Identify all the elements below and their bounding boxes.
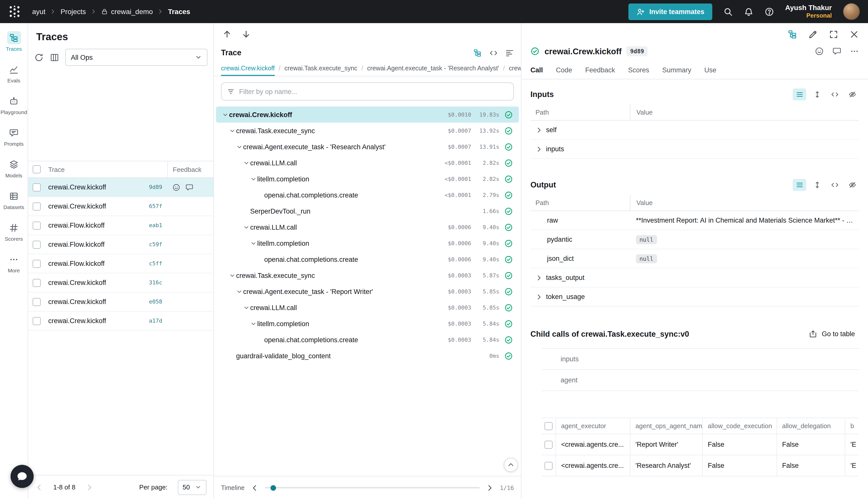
trace-name[interactable]: crewai.Crew.kickoff [48,203,106,210]
table-row[interactable]: crewai.Crew.kickoffa17d [28,312,213,331]
sidebar-item-evals[interactable]: Evals [1,59,27,87]
kv-row[interactable]: json_dictnull [531,249,859,268]
expand-rows-icon[interactable] [810,88,824,100]
table-row[interactable]: crewai.Flow.kickoffeab1 [28,216,213,235]
call-tree-row[interactable]: crewai.Task.execute_sync$0.000713.92s [216,123,519,139]
trace-name[interactable]: crewai.Crew.kickoff [48,183,106,191]
row-checkbox[interactable] [33,183,41,191]
call-tree-row[interactable]: openai.chat.completions.create$0.00069.4… [216,251,519,267]
next-page-button[interactable] [85,483,94,491]
call-tree-row[interactable]: crewai.Task.execute_sync$0.00035.87s [216,267,519,283]
comment-icon[interactable] [185,183,194,191]
row-checkbox[interactable] [545,462,553,470]
trace-breadcrumb-item[interactable]: crewai.Crew.kickoff [221,60,275,76]
trace-breadcrumb-item[interactable]: crewai.Agent.execute_task - 'Research An… [367,60,499,76]
chevron-right-icon[interactable] [535,126,543,133]
next-trace-arrow-icon[interactable] [241,29,251,39]
avatar[interactable] [843,3,860,20]
tab-use[interactable]: Use [704,61,716,79]
caret-down-icon[interactable] [242,304,250,312]
tree-view-icon[interactable] [473,48,482,57]
code-view-icon[interactable] [489,48,498,57]
tab-summary[interactable]: Summary [662,61,692,79]
trace-name[interactable]: crewai.Flow.kickoff [48,241,105,248]
caret-down-icon[interactable] [221,111,229,119]
call-id-badge[interactable]: 9d89 [627,46,647,56]
ops-filter-select[interactable]: All Ops [65,49,208,66]
caret-down-icon[interactable] [235,143,243,151]
caret-down-icon[interactable] [249,320,257,328]
row-checkbox[interactable] [33,259,41,268]
call-tree-row[interactable]: crewai.LLM.call<$0.00012.82s [216,155,519,171]
caret-down-icon[interactable] [242,159,250,167]
sidebar-item-more[interactable]: More [1,249,27,277]
chat-widget-button[interactable] [11,465,34,488]
previous-trace-arrow-icon[interactable] [222,29,232,39]
row-checkbox[interactable] [33,317,41,325]
table-row[interactable]: crewai.Crew.kickoff9d89 [28,178,213,197]
timeline-slider[interactable] [265,487,480,488]
prev-page-button[interactable] [35,483,43,491]
caret-down-icon[interactable] [249,175,257,183]
sidebar-item-datasets[interactable]: Datasets [1,185,27,214]
call-tree-row[interactable]: crewai.Agent.execute_task - 'Research An… [216,139,519,155]
breadcrumb-team[interactable]: ayut [32,8,46,15]
toggle-tree-icon[interactable] [788,29,797,39]
caret-down-icon[interactable] [228,126,236,135]
tab-scores[interactable]: Scores [628,61,649,79]
caret-down-icon[interactable] [242,223,250,231]
comment-icon[interactable] [832,47,841,56]
select-all-checkbox[interactable] [545,422,553,430]
trace-breadcrumb-item[interactable]: crewai.LLM.call [509,60,521,76]
search-icon[interactable] [723,7,733,16]
op-filter-input[interactable]: Filter by op name... [221,82,514,100]
list-view-icon[interactable] [793,179,806,191]
call-tree-row[interactable]: litellm.completion$0.00035.84s [216,316,519,332]
row-checkbox[interactable] [33,279,41,287]
row-checkbox[interactable] [33,221,41,229]
invite-teammates-button[interactable]: Invite teammates [628,3,712,20]
chevron-right-icon[interactable] [535,145,543,153]
chevron-right-icon[interactable] [535,293,543,300]
kv-row[interactable]: raw**Investment Report: AI in Chemical a… [531,211,859,230]
timeline-prev-icon[interactable] [251,484,259,492]
caret-down-icon[interactable] [235,288,243,295]
row-checkbox[interactable] [33,241,41,248]
wandb-logo-icon[interactable] [8,5,21,18]
close-icon[interactable] [850,29,859,39]
trace-name[interactable]: crewai.Crew.kickoff [48,279,106,287]
trace-name[interactable]: crewai.Crew.kickoff [48,298,106,305]
go-to-table-button[interactable]: Go to table [805,327,859,341]
tab-code[interactable]: Code [556,61,572,79]
child-call-row[interactable]: <crewai.agents.cre...'Report Writer'Fals… [542,434,859,455]
more-options-icon[interactable] [850,47,859,56]
user-menu[interactable]: Ayush Thakur Personal [785,3,832,20]
kv-row[interactable]: inputs [531,140,859,159]
kv-row[interactable]: pydanticnull [531,230,859,249]
help-icon[interactable] [765,7,774,16]
call-tree-row[interactable]: litellm.completion$0.00069.40s [216,235,519,251]
kv-row[interactable]: token_usage [531,288,859,306]
call-tree-row[interactable]: SerperDevTool._run1.66s [216,203,519,219]
scroll-top-button[interactable] [504,458,518,472]
table-row[interactable]: crewai.Crew.kickoff316c [28,273,213,292]
eye-off-icon[interactable] [845,179,859,191]
expand-rows-icon[interactable] [810,179,824,191]
caret-down-icon[interactable] [249,239,257,247]
sidebar-item-traces[interactable]: Traces [1,27,27,56]
table-row[interactable]: crewai.Crew.kickoff657f [28,197,213,216]
trace-breadcrumb-item[interactable]: crewai.Task.execute_sync [284,60,357,76]
per-page-select[interactable]: 50 [177,480,207,495]
list-view-icon[interactable] [793,88,806,100]
sidebar-item-prompts[interactable]: Prompts [1,122,27,151]
call-tree-row[interactable]: openai.chat.completions.create<$0.00012.… [216,187,519,203]
eye-off-icon[interactable] [845,88,859,100]
chevron-right-icon[interactable] [535,274,543,281]
child-call-row[interactable]: <crewai.agents.cre...'Research Analyst'F… [542,455,859,476]
select-all-checkbox[interactable] [33,165,41,173]
code-icon[interactable] [828,88,841,100]
edit-pencil-icon[interactable] [808,29,818,39]
code-icon[interactable] [828,179,841,191]
row-checkbox[interactable] [545,440,553,449]
caret-down-icon[interactable] [228,271,236,279]
